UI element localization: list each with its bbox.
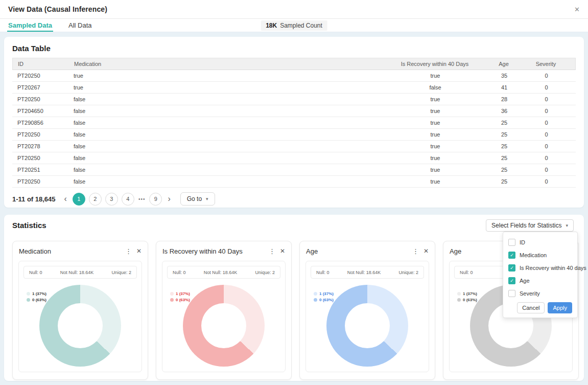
null-count: Null: 0 (29, 270, 42, 275)
null-count: Null: 0 (316, 270, 330, 275)
dialog-title: View Data (Causal Inference) (8, 5, 107, 13)
goto-page-button[interactable]: Go to ▾ (180, 192, 215, 206)
kebab-menu-icon[interactable]: ⋮ (121, 247, 136, 255)
card-title: Medication (19, 247, 121, 255)
checkbox[interactable]: ✓ (508, 264, 515, 271)
table-row: PT20250 false true 25 0 (12, 129, 576, 141)
dropdown-option-id[interactable]: ID (508, 236, 572, 248)
legend-item: 0 (63%) (314, 298, 334, 302)
kebab-menu-icon[interactable]: ⋮ (408, 247, 424, 255)
cell-recovery: true (384, 96, 486, 102)
pagination-ellipsis[interactable]: ••• (138, 196, 146, 202)
statistics-header: Statistics Select Fields for Statistics … (12, 221, 580, 235)
donut-chart (326, 285, 408, 367)
page-button-1[interactable]: 1 (73, 193, 85, 206)
stat-cards: Medication ⋮ ✕ Null: 0 Not Null: 18.64K … (12, 241, 580, 380)
dropdown-option-recovery[interactable]: ✓ Is Recovery within 40 days (508, 261, 572, 274)
close-icon[interactable]: ✕ (280, 247, 285, 255)
cell-severity: 0 (522, 131, 571, 138)
card-header: Age ⋮ ✕ (300, 241, 435, 261)
field-select-dropdown: ID ✓ Medication ✓ Is Recovery within 40 … (503, 232, 578, 318)
stat-card-medication: Medication ⋮ ✕ Null: 0 Not Null: 18.64K … (12, 241, 148, 380)
page-button-4[interactable]: 4 (122, 193, 134, 206)
not-null-count: Not Null: 18.64K (347, 270, 381, 275)
cell-age: 28 (486, 96, 522, 102)
cell-age: 36 (486, 108, 522, 114)
apply-button[interactable]: Apply (548, 302, 572, 313)
cell-age: 25 (486, 155, 522, 161)
dialog-header: View Data (Causal Inference) ✕ (0, 0, 588, 19)
cell-recovery: true (384, 155, 486, 161)
table-header-row: ID Medication Is Recovery within 40 Days… (12, 58, 576, 70)
cancel-button[interactable]: Cancel (517, 302, 545, 313)
tab-all-data[interactable]: All Data (67, 19, 93, 32)
data-table: ID Medication Is Recovery within 40 Days… (12, 58, 576, 188)
checkbox[interactable] (508, 290, 515, 297)
legend-label: 1 (37%) (319, 291, 334, 296)
page-button-2[interactable]: 2 (89, 193, 102, 206)
close-icon[interactable]: ✕ (424, 247, 429, 255)
close-icon[interactable]: ✕ (574, 6, 580, 13)
checkbox[interactable]: ✓ (508, 252, 515, 259)
cell-medication: false (74, 108, 384, 114)
checkbox[interactable] (508, 239, 515, 246)
data-table-panel: Data Table ID Medication Is Recovery wit… (4, 37, 584, 208)
cell-age: 25 (486, 131, 522, 138)
checkbox[interactable]: ✓ (508, 277, 515, 284)
dropdown-option-age[interactable]: ✓ Age (508, 274, 572, 287)
cell-recovery: true (384, 167, 486, 173)
column-header-severity: Severity (522, 61, 570, 67)
card-title: Is Recovery within 40 Days (162, 247, 264, 255)
table-row: PT290856 false true 25 0 (12, 117, 576, 129)
cell-severity: 0 (522, 178, 571, 185)
chevron-left-icon[interactable]: ‹ (62, 195, 69, 203)
cell-severity: 0 (522, 108, 571, 114)
cell-id: PT20250 (17, 178, 74, 185)
tab-sampled-data[interactable]: Sampled Data (7, 19, 53, 32)
page-button-9[interactable]: 9 (149, 193, 162, 206)
cell-medication: false (74, 178, 384, 185)
statistics-panel: Statistics Select Fields for Statistics … (4, 215, 584, 381)
cell-recovery: true (384, 73, 486, 79)
table-row: PT20250 true true 35 0 (12, 70, 576, 82)
legend-item: 0 (63%) (457, 298, 477, 302)
legend-marker (27, 298, 30, 302)
table-row: PT204650 false true 36 0 (12, 105, 576, 117)
pagination-range: 1-11 of 18,645 (12, 195, 56, 203)
cell-age: 25 (486, 120, 522, 126)
unique-count: Unique: 2 (398, 270, 418, 275)
chevron-right-icon[interactable]: › (166, 195, 172, 203)
page-button-3[interactable]: 3 (105, 193, 118, 206)
cell-medication: true (74, 84, 384, 90)
goto-label: Go to (187, 195, 202, 202)
table-row: PT20251 false true 25 0 (12, 164, 576, 176)
option-label: Medication (520, 252, 547, 258)
column-header-id: ID (18, 61, 74, 67)
dialog-content: Data Table ID Medication Is Recovery wit… (0, 32, 588, 385)
cell-severity: 0 (522, 84, 571, 90)
cell-medication: true (74, 73, 384, 79)
stat-strip: Null: 0 Not Null: 18.64K Unique: 2 (167, 266, 280, 279)
cell-id: PT20250 (17, 155, 74, 161)
legend-label: 1 (37%) (463, 291, 477, 296)
data-table-title: Data Table (12, 44, 576, 53)
legend-label: 1 (37%) (176, 291, 190, 296)
card-header: Medication ⋮ ✕ (13, 241, 148, 261)
select-fields-button[interactable]: Select Fields for Statistics ▾ (486, 219, 574, 232)
dropdown-option-severity[interactable]: Severity (508, 287, 572, 300)
donut-chart-area: 1 (37%) 0 (63%) (311, 285, 424, 377)
legend-item: 0 (63%) (170, 298, 190, 302)
chevron-down-icon: ▾ (206, 196, 208, 201)
cell-severity: 0 (522, 96, 571, 102)
legend-label: 0 (63%) (463, 298, 477, 302)
sampled-count-label: Sampled Count (280, 22, 322, 29)
option-label: Severity (520, 290, 540, 297)
legend-marker (457, 298, 461, 302)
dropdown-option-medication[interactable]: ✓ Medication (508, 248, 572, 261)
kebab-menu-icon[interactable]: ⋮ (264, 247, 280, 255)
close-icon[interactable]: ✕ (136, 247, 142, 255)
view-data-dialog: View Data (Causal Inference) ✕ Sampled D… (0, 0, 588, 385)
legend-item: 1 (37%) (457, 291, 477, 296)
table-row: PT20250 false true 25 0 (12, 176, 576, 188)
unique-count: Unique: 2 (255, 270, 275, 275)
